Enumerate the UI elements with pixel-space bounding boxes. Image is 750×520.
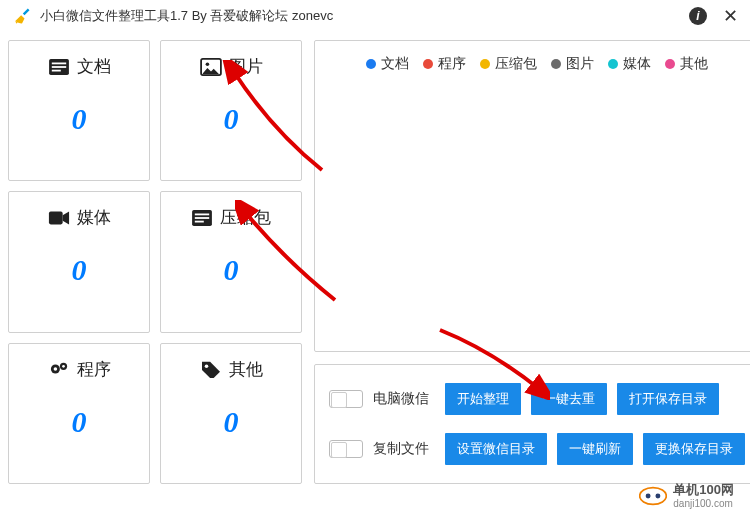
tile-count: 0: [72, 405, 87, 439]
video-icon: [48, 209, 70, 227]
tile-count: 0: [224, 102, 239, 136]
legend-label: 文档: [381, 55, 409, 73]
tile-label: 其他: [229, 358, 263, 381]
svg-rect-10: [195, 221, 204, 223]
tile-count: 0: [224, 253, 239, 287]
svg-point-15: [204, 365, 208, 369]
legend-dot-icon: [366, 59, 376, 69]
tile-documents[interactable]: 文档 0: [8, 40, 150, 181]
legend-item: 其他: [665, 55, 708, 73]
legend-label: 其他: [680, 55, 708, 73]
toggle-copy-files[interactable]: [329, 440, 363, 458]
change-save-dir-button[interactable]: 更换保存目录: [643, 433, 745, 465]
legend-chart-box: 文档程序压缩包图片媒体其他: [314, 40, 750, 352]
toggle-label: 复制文件: [373, 440, 435, 458]
start-organize-button[interactable]: 开始整理: [445, 383, 521, 415]
legend-item: 图片: [551, 55, 594, 73]
tile-label: 文档: [77, 55, 111, 78]
svg-rect-2: [51, 66, 65, 68]
tile-archives[interactable]: 压缩包 0: [160, 191, 302, 332]
gears-icon: [48, 360, 70, 378]
svg-rect-8: [195, 213, 209, 215]
tile-programs[interactable]: 程序 0: [8, 343, 150, 484]
legend-dot-icon: [608, 59, 618, 69]
window-title: 小白微信文件整理工具1.7 By 吾爱破解论坛 zonevc: [40, 7, 689, 25]
svg-point-17: [646, 494, 651, 499]
watermark-cn: 单机100网: [673, 483, 734, 497]
legend-dot-icon: [551, 59, 561, 69]
tile-count: 0: [224, 405, 239, 439]
legend-dot-icon: [423, 59, 433, 69]
legend-item: 程序: [423, 55, 466, 73]
tile-label: 程序: [77, 358, 111, 381]
svg-point-12: [53, 367, 57, 371]
tile-other[interactable]: 其他 0: [160, 343, 302, 484]
tile-media[interactable]: 媒体 0: [8, 191, 150, 332]
legend-item: 媒体: [608, 55, 651, 73]
info-icon[interactable]: i: [689, 7, 707, 25]
tile-count: 0: [72, 253, 87, 287]
legend-dot-icon: [665, 59, 675, 69]
svg-point-14: [62, 365, 65, 368]
app-broom-icon: [12, 6, 32, 26]
svg-rect-1: [51, 62, 65, 64]
legend-label: 程序: [438, 55, 466, 73]
tag-icon: [200, 360, 222, 378]
legend-label: 压缩包: [495, 55, 537, 73]
svg-rect-6: [48, 211, 62, 224]
document-icon: [48, 58, 70, 76]
refresh-button[interactable]: 一键刷新: [557, 433, 633, 465]
svg-point-5: [205, 62, 209, 66]
image-icon: [200, 58, 222, 76]
open-save-dir-button[interactable]: 打开保存目录: [617, 383, 719, 415]
legend-label: 图片: [566, 55, 594, 73]
tile-label: 压缩包: [220, 206, 271, 229]
gamepad-icon: [639, 482, 667, 510]
legend-dot-icon: [480, 59, 490, 69]
tile-count: 0: [72, 102, 87, 136]
toggle-label: 电脑微信: [373, 390, 435, 408]
dedup-button[interactable]: 一键去重: [531, 383, 607, 415]
watermark-en: danji100.com: [673, 498, 734, 509]
svg-point-18: [656, 494, 661, 499]
actions-panel: 电脑微信 开始整理 一键去重 打开保存目录 复制文件 设置微信目录 一键刷新 更…: [314, 364, 750, 484]
tile-label: 图片: [229, 55, 263, 78]
svg-point-16: [640, 488, 667, 505]
watermark: 单机100网 danji100.com: [639, 482, 734, 510]
legend-label: 媒体: [623, 55, 651, 73]
svg-rect-3: [51, 69, 60, 71]
set-wechat-dir-button[interactable]: 设置微信目录: [445, 433, 547, 465]
archive-list-icon: [191, 209, 213, 227]
toggle-desktop-wechat[interactable]: [329, 390, 363, 408]
tile-label: 媒体: [77, 206, 111, 229]
tile-images[interactable]: 图片 0: [160, 40, 302, 181]
legend-item: 压缩包: [480, 55, 537, 73]
svg-rect-9: [195, 217, 209, 219]
legend-item: 文档: [366, 55, 409, 73]
close-icon[interactable]: ✕: [723, 5, 738, 27]
